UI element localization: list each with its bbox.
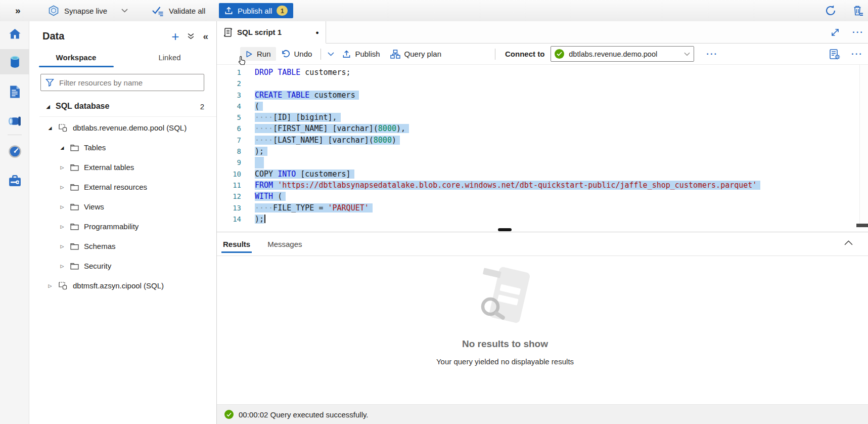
query-plan-label: Query plan [404, 50, 441, 58]
manage-icon [8, 175, 22, 187]
code-editor[interactable]: 1DROP TABLE customers;23CREATE TABLE cus… [217, 65, 868, 228]
tree-item-schemas[interactable]: ▷Schemas [29, 236, 216, 256]
tab-messages[interactable]: Messages [266, 232, 303, 256]
code-line[interactable]: 6····[FIRST_NAME] [varchar](8000), [217, 123, 868, 134]
folder-icon [70, 223, 79, 230]
code-line[interactable]: 9 [217, 157, 868, 168]
tree-item-external-resources[interactable]: ▷External resources [29, 177, 216, 197]
code-line[interactable]: 3CREATE TABLE customers [217, 90, 868, 101]
code-line[interactable]: 2 [217, 78, 868, 89]
tree-item-external-tables[interactable]: ▷External tables [29, 157, 216, 177]
code-line-text [255, 157, 264, 168]
monitor-icon [8, 145, 22, 158]
expand-editor-icon[interactable] [830, 27, 840, 37]
sidebar-item-home[interactable] [0, 21, 29, 47]
query-plan-button[interactable]: Query plan [385, 47, 446, 61]
validate-all-button[interactable]: Validate all [152, 0, 205, 21]
expand-twisty-icon[interactable]: ▷ [59, 204, 66, 209]
code-line[interactable]: 5····[ID] [bigint], [217, 112, 868, 123]
tree-item-label: External resources [84, 183, 147, 191]
collapse-twisty-icon[interactable]: ◢ [44, 104, 52, 109]
chevron-down-icon[interactable] [121, 9, 128, 13]
double-chevron-down-icon[interactable] [187, 32, 195, 40]
collapse-panel-icon[interactable]: « [203, 31, 208, 42]
expand-twisty-icon[interactable]: ▷ [59, 264, 66, 269]
connected-pool-name: dbtlabs.revenue.demo.pool [569, 50, 679, 58]
tree-item-dbtmsft-azsyn-cipool-sql[interactable]: ▷dbtmsft.azsyn.cipool (SQL) [29, 276, 216, 295]
tab-workspace[interactable]: Workspace [29, 47, 123, 67]
undo-redo-chevron-icon[interactable] [325, 50, 337, 59]
undo-button[interactable]: Undo [276, 47, 317, 61]
publish-button[interactable]: Publish [337, 47, 385, 61]
tree-item-label: External tables [84, 163, 134, 172]
selection-highlight: FROM 'https://dbtlabsynapsedatalake.blob… [255, 181, 760, 190]
collapse-twisty-icon[interactable]: ◢ [47, 125, 54, 131]
refresh-icon[interactable] [825, 5, 837, 17]
expand-twisty-icon[interactable]: ▷ [59, 165, 66, 170]
code-line-text: ····FILE_TYPE = 'PARQUET' [255, 202, 373, 214]
run-button[interactable]: Run [240, 47, 276, 61]
tree-item-dbtlabs-revenue-demo-pool-sql[interactable]: ◢dbtlabs.revenue.demo.pool (SQL) [29, 118, 216, 138]
validate-check-icon [152, 6, 164, 16]
sidebar-item-data[interactable] [0, 49, 29, 74]
publish-count-badge: 1 [277, 6, 288, 16]
results-panel-resize-handle[interactable] [498, 228, 512, 231]
script-properties-icon[interactable] [829, 49, 840, 60]
code-line[interactable]: 8); [217, 146, 868, 157]
tab-sql-script-1[interactable]: SQL script 1 ● [217, 21, 326, 44]
expand-rail-icon[interactable]: » [15, 0, 21, 21]
upload-icon [342, 50, 351, 59]
expand-twisty-icon[interactable]: ▷ [59, 244, 66, 249]
code-line[interactable]: 1DROP TABLE customers; [217, 67, 868, 78]
toolbar-separator [321, 49, 321, 60]
editor-horizontal-scrollbar-thumb[interactable] [856, 224, 868, 227]
connect-to-dropdown[interactable]: dbtlabs.revenue.demo.pool [551, 46, 694, 62]
discard-all-icon[interactable] [852, 5, 864, 17]
expand-twisty-icon[interactable]: ▷ [59, 185, 66, 190]
sql-database-section[interactable]: ◢ SQL database 2 [29, 96, 216, 116]
tab-results[interactable]: Results [221, 232, 252, 256]
publish-all-button[interactable]: Publish all 1 [219, 3, 293, 18]
tree-item-tables[interactable]: ◢Tables [29, 138, 216, 157]
folder-icon [70, 243, 79, 250]
document-tab-title: SQL script 1 [237, 28, 282, 36]
selection-highlight: ( [255, 102, 263, 111]
sidebar-item-develop[interactable] [0, 79, 29, 104]
tree-item-views[interactable]: ▷Views [29, 197, 216, 217]
line-number: 3 [217, 90, 241, 101]
sidebar-item-monitor[interactable] [0, 139, 29, 164]
code-line[interactable]: 14); [217, 214, 868, 225]
filter-resources-input[interactable] [40, 74, 204, 91]
code-line-text: WITH ( [255, 191, 286, 202]
code-line[interactable]: 4( [217, 101, 868, 112]
expand-twisty-icon[interactable]: ▷ [47, 283, 54, 288]
line-number: 4 [217, 101, 241, 112]
code-line[interactable]: 10COPY INTO [customers] [217, 168, 868, 180]
folder-icon [70, 144, 79, 151]
top-bar: » Synapse live Validate all Publish all … [0, 0, 868, 22]
query-plan-icon [390, 50, 400, 59]
more-actions-icon[interactable]: ··· [852, 28, 864, 36]
query-status-bar: 00:00:02 Query executed successfully. [217, 404, 868, 424]
line-number: 13 [217, 202, 241, 214]
collapse-twisty-icon[interactable]: ◢ [59, 145, 66, 150]
code-line[interactable]: 7····[LAST_NAME] [varchar](8000) [217, 135, 868, 146]
add-resource-icon[interactable]: + [171, 31, 179, 41]
collapse-results-icon[interactable] [844, 240, 853, 245]
synapse-hexagon-icon [48, 5, 59, 16]
environment-selector[interactable]: Synapse live [48, 0, 128, 21]
editor-more-icon[interactable]: ··· [851, 50, 863, 58]
code-line[interactable]: 11FROM 'https://dbtlabsynapsedatalake.bl… [217, 180, 868, 191]
toolbar-more-icon[interactable]: ··· [706, 50, 718, 58]
code-line[interactable]: 13····FILE_TYPE = 'PARQUET' [217, 202, 868, 214]
no-results-subtitle: Your query yielded no displayable result… [217, 357, 793, 366]
tree-item-security[interactable]: ▷Security [29, 256, 216, 276]
tree-item-programmability[interactable]: ▷Programmability [29, 217, 216, 236]
expand-twisty-icon[interactable]: ▷ [59, 224, 66, 229]
editor-vertical-scrollbar[interactable] [859, 65, 868, 228]
tab-linked[interactable]: Linked [123, 47, 216, 67]
code-line[interactable]: 12WITH ( [217, 191, 868, 202]
code-line-text: ); [255, 146, 267, 157]
sidebar-item-manage[interactable] [0, 168, 29, 193]
sidebar-item-integrate[interactable] [0, 108, 29, 134]
